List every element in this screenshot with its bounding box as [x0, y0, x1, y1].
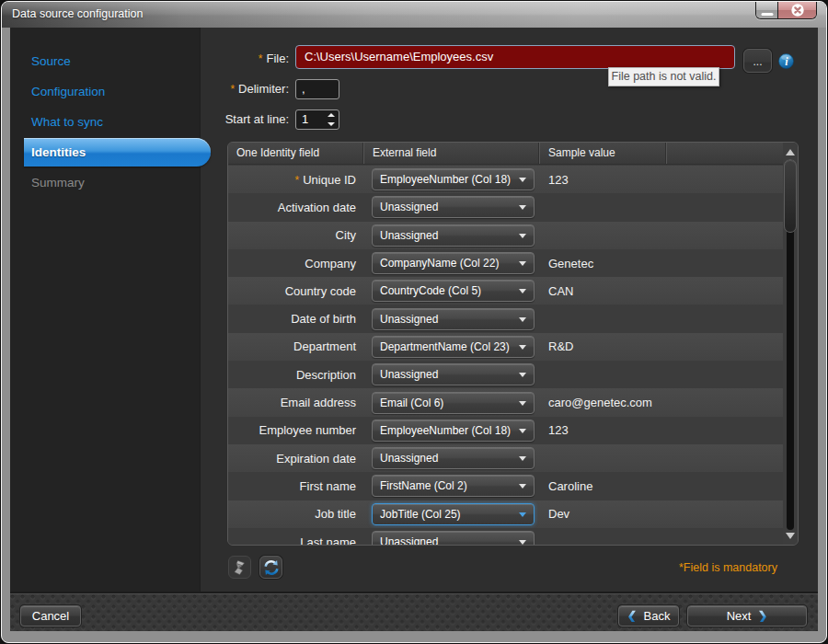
titlebar[interactable]: Data source configuration: [2, 2, 826, 28]
identity-field-cell: Expiration date: [228, 452, 364, 466]
table-row: DescriptionUnassigned: [228, 361, 783, 388]
identity-field-label: Employee number: [259, 423, 357, 437]
dialog-content: SourceConfigurationWhat to syncIdentitie…: [10, 28, 818, 631]
dropdown-value: FirstName (Col 2): [380, 476, 515, 496]
info-icon[interactable]: i: [778, 53, 794, 69]
identity-field-cell: Job title: [228, 507, 364, 521]
sidebar-item-summary[interactable]: Summary: [10, 167, 200, 198]
external-field-dropdown[interactable]: Unassigned: [372, 447, 535, 469]
sample-value-cell: R&D: [540, 339, 783, 353]
external-field-dropdown[interactable]: CountryCode (Col 5): [372, 280, 535, 302]
triangle-up-icon[interactable]: [328, 113, 335, 117]
footer-bar: Cancel ❮ Back Next ❯: [10, 593, 818, 631]
sidebar-item-what-to-sync[interactable]: What to sync: [10, 107, 200, 137]
identity-field-label: First name: [300, 479, 356, 493]
external-field-dropdown[interactable]: JobTitle (Col 25): [372, 503, 535, 525]
chevron-down-icon: [519, 345, 526, 350]
identity-field-label: Job title: [315, 507, 356, 521]
identity-field-label: Department: [293, 339, 356, 353]
triangle-down-icon[interactable]: [328, 122, 335, 126]
chevron-down-icon: [519, 456, 526, 461]
next-button[interactable]: Next ❯: [687, 605, 807, 627]
dropdown-value: Unassigned: [380, 309, 515, 329]
wizard-sidebar: SourceConfigurationWhat to syncIdentitie…: [10, 28, 201, 593]
dropdown-value: Unassigned: [380, 364, 515, 385]
delimiter-required-mark: *: [230, 83, 235, 96]
sidebar-item-label: Identities: [31, 138, 86, 167]
dropdown-value: EmployeeNumber (Col 18): [380, 420, 515, 441]
identity-field-label: Email address: [281, 396, 356, 409]
identity-field-label: Country code: [285, 284, 356, 298]
external-field-cell: DepartmentName (Col 23): [364, 336, 540, 358]
sample-value-cell: 123: [540, 173, 783, 187]
field-mapping-table: One Identity fieldExternal fieldSample v…: [227, 142, 799, 546]
identity-field-label: Date of birth: [291, 312, 356, 326]
sample-value-cell: Genetec: [540, 257, 783, 270]
sidebar-item-configuration[interactable]: Configuration: [10, 76, 200, 107]
dropdown-value: DepartmentName (Col 23): [380, 337, 515, 357]
external-field-dropdown[interactable]: EmployeeNumber (Col 18): [372, 420, 535, 442]
identity-field-label: City: [336, 228, 356, 242]
chevron-left-icon: ❮: [627, 610, 638, 622]
sample-value-cell: Dev: [540, 507, 783, 521]
identity-field-cell: Email address: [228, 396, 364, 409]
external-field-cell: CountryCode (Col 5): [364, 280, 540, 302]
dropdown-value: Unassigned: [380, 225, 515, 246]
external-field-cell: EmployeeNumber (Col 18): [364, 420, 540, 442]
sample-value-cell: caro@genetec.com: [540, 396, 783, 409]
table-row: Country codeCountryCode (Col 5)CAN: [228, 277, 783, 305]
scrollbar-thumb[interactable]: [784, 159, 797, 233]
dropdown-value: Unassigned: [380, 448, 515, 468]
identity-field-cell: Last name: [228, 535, 364, 546]
identity-field-label: Unique ID: [303, 173, 356, 187]
table-row: Job titleJobTitle (Col 25)Dev: [228, 500, 783, 528]
external-field-cell: Unassigned: [364, 363, 540, 385]
chevron-down-icon: [519, 205, 526, 210]
refresh-button[interactable]: [259, 556, 282, 579]
external-field-dropdown[interactable]: EmployeeNumber (Col 18): [372, 168, 535, 190]
column-header-one-identity-field: One Identity field: [228, 143, 364, 164]
scroll-up-icon[interactable]: [786, 149, 795, 155]
external-field-dropdown[interactable]: Unassigned: [372, 224, 535, 247]
chevron-down-icon: [519, 512, 526, 517]
dropdown-value: CompanyName (Col 22): [380, 253, 515, 273]
sidebar-item-identities[interactable]: Identities: [10, 137, 200, 167]
sample-value-cell: 123: [540, 423, 783, 437]
table-row: Activation dateUnassigned: [228, 193, 783, 221]
validation-tooltip: File path is not valid.: [608, 67, 719, 86]
scroll-down-icon[interactable]: [786, 533, 795, 539]
dialog-window: Data source configuration SourceConfigur…: [1, 1, 827, 643]
external-field-cell: Unassigned: [364, 308, 540, 330]
start-at-line-input[interactable]: 1: [295, 109, 339, 130]
external-field-dropdown[interactable]: Unassigned: [372, 196, 535, 218]
sample-value-cell: Caroline: [540, 479, 783, 493]
external-field-cell: JobTitle (Col 25): [364, 503, 540, 525]
browse-button[interactable]: ...: [743, 49, 772, 73]
external-field-cell: Email (Col 6): [364, 392, 540, 414]
external-field-dropdown[interactable]: DepartmentName (Col 23): [372, 336, 535, 358]
eraser-icon: [232, 559, 248, 576]
minimize-icon: [761, 13, 773, 16]
external-field-dropdown[interactable]: Email (Col 6): [372, 392, 535, 414]
external-field-dropdown[interactable]: Unassigned: [372, 308, 535, 330]
external-field-dropdown[interactable]: FirstName (Col 2): [372, 475, 535, 497]
file-path-input[interactable]: C:\Users\Username\Employees.csv: [295, 45, 735, 69]
sidebar-item-label: Configuration: [31, 85, 105, 98]
sidebar-item-source[interactable]: Source: [10, 46, 200, 76]
table-row: DepartmentDepartmentName (Col 23)R&D: [228, 333, 783, 361]
external-field-cell: Unassigned: [364, 196, 540, 218]
sidebar-item-label: Source: [31, 54, 71, 68]
chevron-down-icon: [519, 261, 526, 266]
dropdown-value: CountryCode (Col 5): [380, 281, 515, 301]
minimize-button[interactable]: [756, 2, 778, 18]
cancel-button[interactable]: Cancel: [20, 605, 81, 627]
column-header-spacer: [667, 143, 783, 164]
external-field-dropdown[interactable]: Unassigned: [372, 531, 535, 545]
delimiter-input[interactable]: ,: [295, 79, 339, 99]
clear-assignments-button[interactable]: [228, 556, 251, 579]
close-button[interactable]: [778, 2, 816, 18]
external-field-dropdown[interactable]: CompanyName (Col 22): [372, 252, 535, 274]
identity-field-cell: Date of birth: [228, 312, 364, 326]
external-field-dropdown[interactable]: Unassigned: [372, 363, 535, 385]
back-button[interactable]: ❮ Back: [618, 605, 679, 627]
